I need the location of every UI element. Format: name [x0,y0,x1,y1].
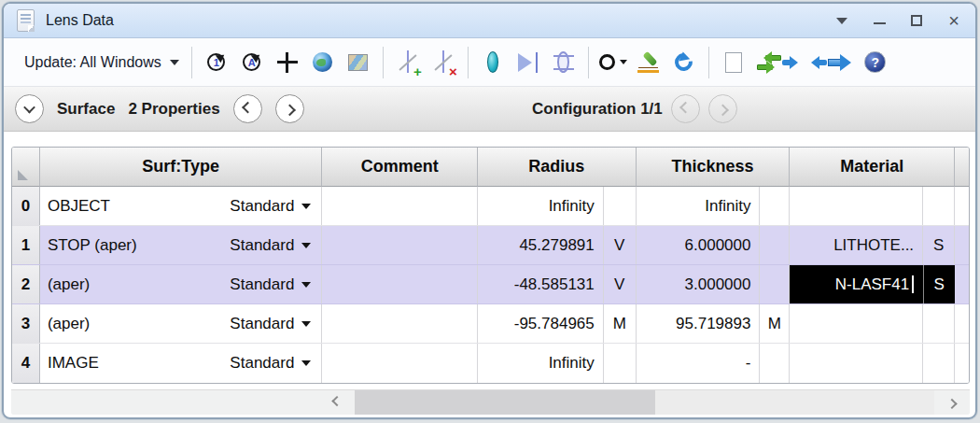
comment-cell[interactable] [322,187,478,225]
material-solve-flag[interactable]: S [923,265,955,303]
column-header-thickness[interactable]: Thickness [637,148,791,187]
surface-properties-button[interactable] [716,44,751,81]
material-cell[interactable] [790,187,923,225]
surface-name: IMAGE [48,354,99,373]
surface-type-dropdown[interactable]: Standard [230,236,311,255]
column-header-comment[interactable]: Comment [322,148,478,187]
row-header[interactable]: 3 [12,304,40,343]
material-cell[interactable] [790,304,923,343]
radius-solve-flag[interactable]: V [604,265,637,303]
material-value: LITHOTE... [833,236,914,255]
surface-type-cell[interactable]: (aper)Standard [40,265,322,303]
material-cell[interactable] [790,344,923,383]
row-header[interactable]: 1 [12,226,40,264]
undo-icon [671,49,696,75]
material-solve-flag[interactable] [923,344,955,383]
radius-solve-flag[interactable] [604,344,637,383]
insert-surface-button[interactable]: + [390,44,426,81]
scrollbar-track[interactable] [655,390,934,415]
row-header[interactable]: 4 [12,344,40,383]
comment-cell[interactable] [322,226,478,264]
thickness-cell[interactable]: 6.000000 [637,226,761,264]
prev-configuration-button[interactable] [671,94,700,123]
surface-type-dropdown[interactable]: Standard [230,315,311,333]
global-settings-button[interactable] [305,44,341,81]
comment-cell[interactable] [322,265,478,303]
row-header[interactable]: 0 [12,187,40,225]
reverse-lens-button[interactable] [511,44,546,81]
thickness-solve-flag[interactable]: M [760,304,790,343]
move-window-button[interactable] [270,44,305,81]
minimize-button[interactable] [871,12,888,29]
radius-cell[interactable]: -48.585131 [478,265,604,303]
prev-surface-button[interactable] [233,94,262,123]
undo-button[interactable] [666,44,702,81]
surface-type-dropdown[interactable]: Standard [230,275,311,294]
delete-surface-button[interactable]: × [426,44,461,81]
title-bar[interactable]: Lens Data × [4,4,975,38]
aperture-button[interactable] [595,44,631,81]
next-configuration-button[interactable] [708,94,737,123]
navigate-button[interactable] [341,44,376,81]
comment-cell[interactable] [322,344,478,383]
surface-type-cell[interactable]: OBJECTStandard [40,187,322,225]
thickness-solve-flag[interactable] [760,187,790,225]
partial-column-cell [955,265,969,303]
close-button[interactable]: × [945,12,962,29]
surface-type-cell[interactable]: IMAGEStandard [40,344,322,383]
surface-type-dropdown[interactable]: Standard [230,354,311,373]
thickness-solve-flag[interactable] [760,226,790,264]
update-dropdown[interactable]: Update: All Windows [19,50,185,75]
insert-lens-button[interactable] [475,44,511,81]
scroll-right-button[interactable] [934,390,970,415]
reverse-lens-icon [516,51,540,74]
surface-type-cell[interactable]: STOP (aper)Standard [40,226,322,264]
chevron-down-icon [170,60,179,65]
help-button[interactable]: ? [858,44,893,81]
thickness-solve-flag[interactable] [760,265,790,303]
material-solve-flag[interactable]: S [923,226,955,264]
thickness-cell[interactable]: 3.000000 [637,265,761,303]
update-all-button[interactable]: A [234,44,270,81]
maximize-button[interactable] [908,12,925,29]
radius-solve-flag[interactable]: V [604,226,637,264]
row-header[interactable]: 2 [12,265,40,303]
scrollbar-thumb[interactable] [355,390,655,415]
quick-adjust-button[interactable] [631,44,666,81]
column-header-material[interactable]: Material [790,148,955,187]
insert-surface-icon: + [396,50,420,75]
radius-cell[interactable]: Infinity [478,187,604,225]
column-header-radius[interactable]: Radius [478,148,637,187]
scroll-left-button[interactable] [319,390,355,415]
chevron-right-icon [946,399,957,409]
surface-properties-expander[interactable] [15,94,44,123]
radius-cell[interactable]: -95.784965 [478,304,604,343]
thickness-cell[interactable]: 95.719893 [637,304,761,343]
thickness-cell[interactable]: Infinity [637,187,761,225]
surface-type-cell[interactable]: (aper)Standard [40,304,322,343]
column-header-surf-type[interactable]: Surf:Type [40,148,322,187]
thickness-solve-flag[interactable] [760,344,790,383]
radius-solve-flag[interactable]: M [604,304,637,343]
delete-surface-icon: × [431,50,455,75]
go-to-surface-button[interactable] [822,44,858,81]
surface-type-dropdown[interactable]: Standard [230,197,311,216]
toolbar-separator [708,47,709,78]
update-one-button[interactable]: 1 [199,44,234,81]
material-solve-flag[interactable] [923,187,955,225]
material-solve-flag[interactable] [923,304,955,343]
comment-cell[interactable] [322,304,478,343]
radius-cell[interactable]: 45.279891 [478,226,604,264]
material-cell[interactable]: N-LASF41 [790,265,923,303]
radius-solve-flag[interactable] [604,187,637,225]
radius-cell[interactable]: Infinity [478,344,604,383]
next-surface-button[interactable] [275,94,304,123]
scale-lens-button[interactable] [546,44,581,81]
lens-data-table: Surf:Type Comment Radius Thickness Mater… [11,147,970,384]
fit-columns-button[interactable] [787,44,822,81]
select-all-corner[interactable] [12,148,40,187]
window-menu-button[interactable] [833,12,850,29]
thickness-cell[interactable]: - [637,344,761,383]
map-icon [348,54,368,71]
material-cell[interactable]: LITHOTE... [790,226,923,264]
